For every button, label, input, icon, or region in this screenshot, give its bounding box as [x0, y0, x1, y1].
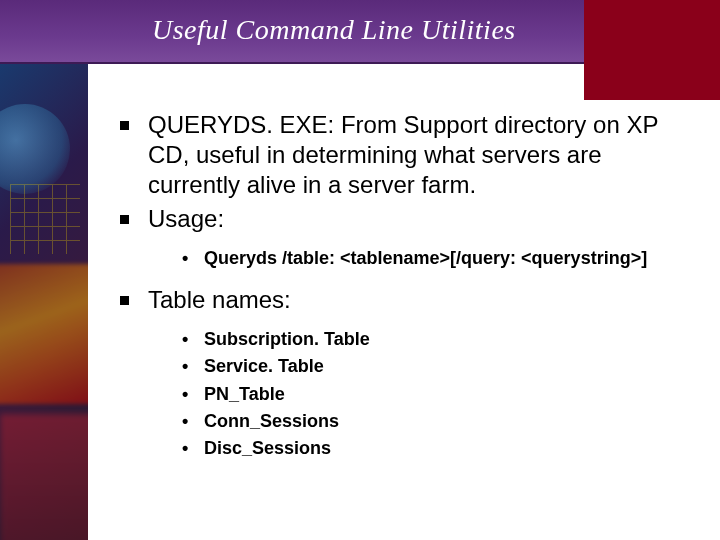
sub-bullet-text: PN_Table [204, 384, 285, 404]
sub-bullet-text: Disc_Sessions [204, 438, 331, 458]
sub-bullet-item: Service. Table [182, 354, 690, 379]
sidebar-graphic [0, 64, 88, 540]
sub-bullet-item: Queryds /table: <tablename>[/query: <que… [182, 246, 690, 271]
slide: Useful Command Line Utilities QUERYDS. E… [0, 0, 720, 540]
bullet-text: QUERYDS. EXE: From Support directory on … [148, 111, 658, 198]
sub-bullet-item: PN_Table [182, 382, 690, 407]
sub-bullet-text: Conn_Sessions [204, 411, 339, 431]
bullet-text: Usage: [148, 205, 224, 232]
sub-bullet-item: Subscription. Table [182, 327, 690, 352]
bullet-item: Table names: Subscription. Table Service… [120, 285, 690, 461]
sub-bullet-text: Queryds /table: <tablename>[/query: <que… [204, 248, 647, 268]
slide-title: Useful Command Line Utilities [152, 14, 516, 46]
sub-bullet-item: Conn_Sessions [182, 409, 690, 434]
header-accent [584, 0, 720, 100]
bullet-item: Usage: Queryds /table: <tablename>[/quer… [120, 204, 690, 271]
sub-bullet-text: Service. Table [204, 356, 324, 376]
content-area: QUERYDS. EXE: From Support directory on … [120, 110, 690, 475]
sub-bullet-text: Subscription. Table [204, 329, 370, 349]
bullet-text: Table names: [148, 286, 291, 313]
bullet-item: QUERYDS. EXE: From Support directory on … [120, 110, 690, 200]
sub-bullet-item: Disc_Sessions [182, 436, 690, 461]
